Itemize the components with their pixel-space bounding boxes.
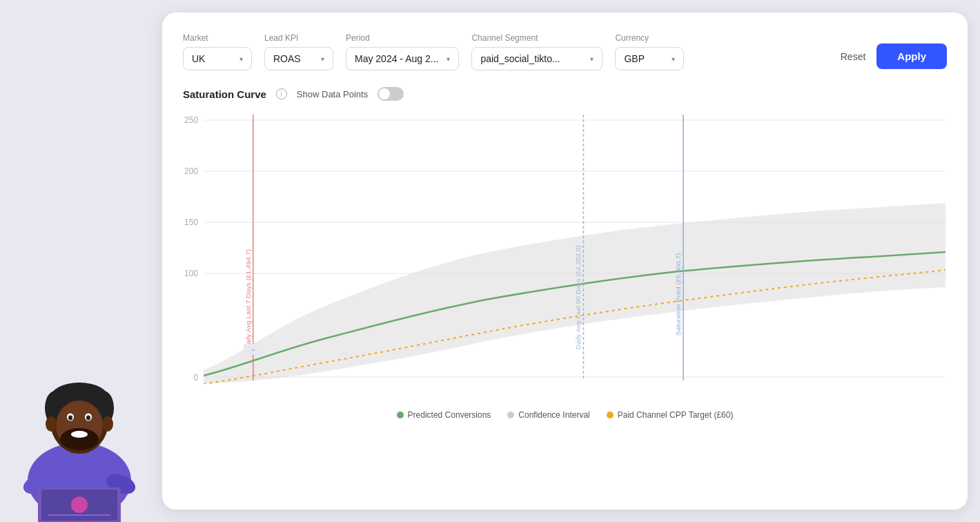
legend-orange-dot: [607, 412, 614, 418]
channel-segment-select[interactable]: paid_social_tikto... ▾: [471, 47, 602, 70]
person-illustration: [0, 301, 159, 522]
svg-point-24: [71, 496, 88, 513]
legend-green-dot: [397, 412, 404, 418]
channel-segment-label: Channel Segment: [471, 33, 602, 43]
lead-kpi-chevron-icon: ▾: [321, 55, 324, 63]
market-select[interactable]: UK ▾: [183, 47, 252, 70]
chart-header: Saturation Curve i Show Data Points: [183, 87, 947, 101]
svg-text:250: 250: [184, 115, 198, 125]
lead-kpi-filter-group: Lead KPI ROAS ▾: [264, 33, 333, 70]
lead-kpi-select[interactable]: ROAS ▾: [264, 47, 333, 70]
market-filter-group: Market UK ▾: [183, 33, 252, 70]
period-chevron-icon: ▾: [447, 55, 450, 63]
currency-label: Currency: [615, 33, 684, 43]
period-select[interactable]: May 2024 - Aug 2... ▾: [346, 47, 459, 70]
legend-predicted-conversions: Predicted Conversions: [397, 410, 491, 420]
channel-segment-chevron-icon: ▾: [590, 55, 594, 63]
svg-text:Daily Avg Last 7 Days (£1,494.: Daily Avg Last 7 Days (£1,494.7): [244, 249, 252, 349]
svg-point-39: [102, 416, 113, 432]
legend-cpp-label: Paid Channel CPP Target (£60): [618, 410, 734, 420]
legend-predicted-label: Predicted Conversions: [408, 410, 491, 420]
chart-svg: 250 200 150 100 0: [183, 108, 947, 405]
chart-legend: Predicted Conversions Confidence Interva…: [183, 410, 947, 420]
svg-point-38: [46, 416, 57, 432]
svg-point-34: [68, 416, 72, 420]
filter-actions: Reset Apply: [838, 44, 947, 70]
main-card: Market UK ▾ Lead KPI ROAS ▾ Period May 2…: [162, 12, 968, 510]
show-data-points-label: Show Data Points: [297, 89, 368, 99]
svg-text:200: 200: [184, 166, 198, 176]
legend-cpp-target: Paid Channel CPP Target (£60): [607, 410, 734, 420]
svg-text:Saturation Point (£5,300.7): Saturation Point (£5,300.7): [674, 253, 682, 336]
market-value: UK: [192, 53, 205, 64]
period-filter-group: Period May 2024 - Aug 2... ▾: [346, 33, 459, 70]
currency-chevron-icon: ▾: [672, 55, 675, 63]
svg-text:150: 150: [184, 218, 198, 227]
currency-select[interactable]: GBP ▾: [615, 47, 684, 70]
legend-gray-dot: [507, 412, 514, 418]
svg-text:0: 0: [193, 373, 198, 383]
filter-bar: Market UK ▾ Lead KPI ROAS ▾ Period May 2…: [183, 33, 947, 70]
currency-value: GBP: [624, 53, 645, 64]
lead-kpi-label: Lead KPI: [264, 33, 333, 43]
period-value: May 2024 - Aug 2...: [355, 53, 438, 64]
lead-kpi-value: ROAS: [273, 53, 301, 64]
svg-text:100: 100: [184, 269, 198, 278]
svg-text:Daily Avg Last 90 Days (£4,352: Daily Avg Last 90 Days (£4,352.0): [574, 245, 582, 349]
svg-text:~: ~: [251, 347, 255, 354]
chart-container: 250 200 150 100 0: [183, 108, 947, 405]
legend-confidence-interval: Confidence Interval: [507, 410, 589, 420]
reset-button[interactable]: Reset: [838, 46, 869, 68]
apply-button[interactable]: Apply: [876, 44, 947, 69]
svg-point-35: [86, 416, 90, 420]
show-data-points-toggle[interactable]: [378, 87, 404, 101]
market-label: Market: [183, 33, 252, 43]
chart-section: Saturation Curve i Show Data Points 250 …: [183, 87, 947, 420]
period-label: Period: [346, 33, 459, 43]
channel-segment-value: paid_social_tikto...: [480, 53, 560, 64]
svg-point-37: [71, 431, 88, 438]
chart-title: Saturation Curve: [183, 88, 266, 100]
info-icon[interactable]: i: [276, 88, 287, 99]
market-chevron-icon: ▾: [239, 55, 243, 63]
currency-filter-group: Currency GBP ▾: [615, 33, 684, 70]
channel-segment-filter-group: Channel Segment paid_social_tikto... ▾: [471, 33, 602, 70]
legend-confidence-label: Confidence Interval: [518, 410, 589, 420]
